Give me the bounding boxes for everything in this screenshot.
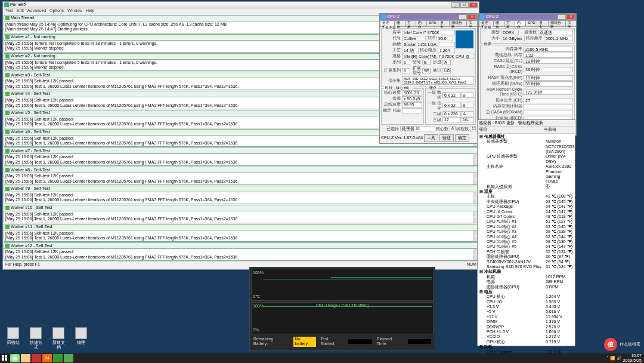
sensor-row[interactable]: GPU 传感器类型Driver (NV-DRV) [478, 154, 574, 164]
sensor-row[interactable]: +5 V5.016 V [478, 309, 574, 314]
sensor-row[interactable]: CPU #1/核心 #558 ℃ (136 ℉) [478, 239, 574, 244]
sensor-row[interactable]: 电源389 RPM [478, 279, 574, 284]
cpuz1-titlebar[interactable]: CPU-Z _✕ [380, 14, 477, 20]
tray-network-icon[interactable]: 📶 [610, 356, 615, 361]
sensor-group[interactable]: ⊟ 温度 [478, 189, 574, 194]
sensor-group[interactable]: ⊟ 传感器属性 [478, 134, 574, 139]
clock-time[interactable]: 15:07 [623, 353, 642, 358]
close-button[interactable]: ✕ [469, 2, 478, 8]
cpuz-tab[interactable]: 测试分数 [449, 20, 467, 26]
sensor-row[interactable]: CPU 核心1.264 V [478, 294, 574, 299]
start-button[interactable] [0, 353, 10, 363]
cpuz-tab[interactable]: SPD [426, 20, 438, 26]
system-tray[interactable]: ˄ 📶 🔊 15:07 2019/5/25 [606, 353, 644, 363]
sensor-row[interactable]: 图形处理器(GPU)0 RPM [478, 285, 574, 290]
pane-header[interactable]: Worker #8 - Self-Test [4, 167, 478, 173]
ok-button[interactable]: 确定 [455, 134, 469, 141]
taskbar-app-icon[interactable] [53, 354, 63, 362]
sensor-row[interactable]: 机箱入侵探测否 [478, 184, 574, 189]
sensor-row[interactable]: VCCIO1.272 V [478, 334, 574, 339]
sensor-row[interactable]: 主板名称ASRock Z390 Phantom Gaming-ITX/ac [478, 164, 574, 184]
sensor-row[interactable]: PCH 二极管55 ℃ (131 ℉) [478, 250, 574, 254]
taskbar-spiral-icon[interactable] [32, 354, 41, 362]
desktop-icon-shortcut[interactable]: 快捷方式 [29, 327, 43, 350]
sensor-group[interactable]: ⊟ 冷却风扇 [478, 269, 574, 274]
sensor-row[interactable]: Samsung SSD 970 EVO Plus ...51 ℃ (124 ℉) [478, 264, 574, 269]
menu-advanced[interactable]: Advanced [27, 8, 46, 14]
pane-header[interactable]: Worker #7 - Self-Test [4, 148, 478, 154]
tab-sensors[interactable]: 感应器 [479, 121, 491, 125]
cpuz-tab[interactable]: 测试分数 [548, 20, 566, 26]
sensor-group[interactable]: ⊟ 功耗 [478, 344, 574, 349]
cpuz-tab[interactable]: 缓存 [493, 20, 504, 26]
clock-date[interactable]: 2019/5/25 [623, 358, 642, 363]
taskbar-prime95-icon[interactable] [64, 354, 73, 362]
sensor-row[interactable]: ST4000VX007-2AN17V29 ℃ (84 ℉) [478, 260, 574, 264]
menu-help[interactable]: Help [86, 8, 94, 14]
menu-edit[interactable]: Edit [17, 8, 24, 14]
cpuz-tab[interactable]: 主板 [405, 20, 416, 26]
close-button[interactable]: ✕ [467, 14, 476, 20]
cpuz2-titlebar[interactable]: CPU-Z _✕ [479, 14, 576, 20]
sensor-row[interactable]: CPU #1/核心 #462 ℃ (144 ℉) [478, 235, 574, 239]
minimize-button[interactable]: _ [459, 14, 467, 20]
cpuz-tab[interactable]: 显卡 [438, 20, 449, 26]
cpuz-tab[interactable]: 主板 [504, 20, 515, 26]
desktop-icon-physics[interactable]: 物理 [74, 327, 88, 350]
taskbar-aida-icon[interactable]: 64 [42, 354, 52, 362]
col-item[interactable]: 项目 [479, 127, 544, 132]
sensor-row[interactable]: CPU IA Cores64 ℃ (147 ℉) [478, 210, 574, 214]
tools-button[interactable]: 工具 [424, 134, 438, 141]
taskbar-chrome-icon[interactable] [10, 354, 20, 362]
minimize-button[interactable]: _ [558, 14, 566, 20]
cpuz-tab[interactable]: 内存 [515, 20, 526, 26]
sensor-row[interactable]: CPU I/O1.585 V [478, 300, 574, 304]
sensor-row[interactable]: 传感器类型Nuvoton NCT6791D/5538D (ISA 290h) [478, 139, 574, 154]
desktop-icon-doc[interactable]: 新建文档 [51, 327, 66, 350]
tab-drivers[interactable]: 驱动程序更新 [518, 121, 543, 125]
cpuz-tab[interactable]: 关于 [466, 20, 478, 26]
col-value[interactable]: 当前值 [544, 127, 574, 132]
sensor-row[interactable]: 中央处理器(CPU)63 ℃ (145 ℉) [478, 199, 574, 204]
sensor-row[interactable]: 机箱1017 RPM [478, 275, 574, 279]
cpuz-tab[interactable]: 显卡 [537, 20, 548, 26]
sensors-columns: 项目 当前值 [478, 127, 575, 133]
menu-test[interactable]: Test [5, 8, 13, 14]
sensor-row[interactable]: +3.3 V3.440 V [478, 304, 574, 309]
validate-button[interactable]: 验证 [439, 134, 454, 141]
processor-select[interactable]: 处理器 #1 [400, 126, 435, 131]
maximize-button[interactable]: □ [460, 2, 469, 8]
prime95-titlebar[interactable]: Prime95 _ □ ✕ [3, 2, 479, 8]
pane-header[interactable]: Worker #12 - Self-Test [4, 243, 478, 249]
sensor-row[interactable]: CPU #1/核心 #359 ℃ (138 ℉) [478, 229, 574, 234]
sensor-row[interactable]: CPU #1/核心 #664 ℃ (147 ℉) [478, 244, 574, 249]
desktop-icon-recycle[interactable]: 回收站 [6, 327, 20, 350]
sensor-row[interactable]: DDRVPP2.576 V [478, 325, 574, 330]
sensor-row[interactable]: PCH +1.0 V1.056 V [478, 330, 574, 334]
sensor-row[interactable]: 主板42 ℃ (108 ℉) [478, 194, 574, 199]
menu-window[interactable]: Window [67, 8, 82, 14]
tray-up-icon[interactable]: ˄ [606, 356, 609, 361]
sensors-tree[interactable]: ⊟ 传感器属性传感器类型Nuvoton NCT6791D/5538D (ISA … [478, 134, 575, 361]
menu-options[interactable]: Options [49, 8, 64, 14]
sensor-row[interactable]: DIMM1.376 V [478, 319, 574, 324]
cpuz-tab[interactable]: 内存 [416, 20, 427, 26]
cpuz-tab[interactable]: 关于 [565, 20, 577, 26]
sensor-row[interactable]: GPU 核心0.719 V [478, 340, 574, 344]
tab-bios[interactable]: BIOS 更新 [495, 121, 515, 125]
tray-volume-icon[interactable]: 🔊 [617, 356, 622, 361]
sensor-row[interactable]: +12 V11.904 V [478, 315, 574, 319]
close-button[interactable]: ✕ [566, 14, 575, 20]
sensor-row[interactable]: CPU GT Cores48 ℃ (118 ℉) [478, 214, 574, 219]
pane-header[interactable]: Worker #9 - Self-Test [4, 186, 478, 192]
taskbar-explorer-icon[interactable] [21, 354, 30, 362]
sensor-row[interactable]: CPU Package64 ℃ (147 ℉) [478, 204, 574, 209]
cpuz-tab[interactable]: SPD [525, 20, 537, 26]
sensor-row[interactable]: CPU #1/核心 #263 ℃ (145 ℉) [478, 224, 574, 229]
pane-header[interactable]: Worker #10 - Self-Test [4, 205, 478, 211]
sensor-group[interactable]: ⊟ 电压 [478, 290, 574, 294]
sensor-row[interactable]: 图形处理器(GPU)36 ℃ (97 ℉) [478, 254, 574, 259]
minimize-button[interactable]: _ [451, 2, 460, 8]
sensor-row[interactable]: CPU #1/核心 #153 ℃ (127 ℉) [478, 219, 574, 224]
pane-header[interactable]: Worker #11 - Self-Test [4, 224, 478, 230]
